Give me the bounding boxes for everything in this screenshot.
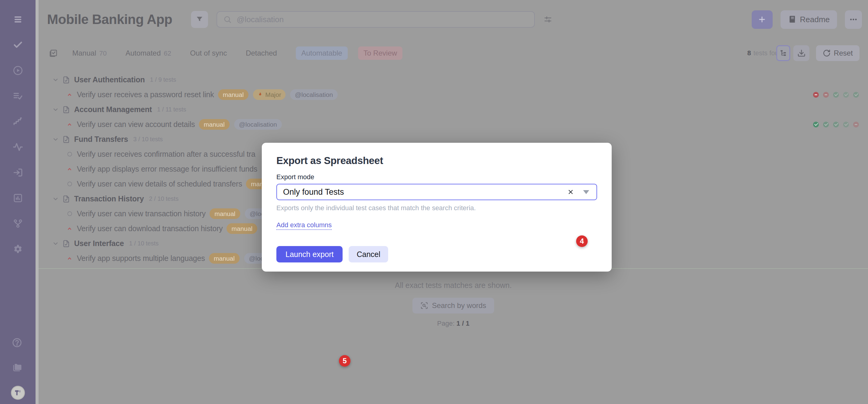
filter-automated[interactable]: Automated62 (125, 49, 171, 57)
reset-label: Reset (834, 49, 853, 57)
filter-manual[interactable]: Manual70 (72, 49, 106, 57)
readme-button[interactable]: Readme (780, 10, 837, 29)
chevron-down-icon[interactable] (52, 106, 59, 113)
scan-search-icon (420, 302, 428, 310)
readme-label: Readme (800, 15, 830, 24)
topbar: Mobile Banking App Readme (38, 0, 868, 39)
suite-file-icon (62, 106, 70, 114)
test-title: Verify user receives confirmation after … (77, 150, 255, 159)
priority-up-icon (66, 255, 72, 261)
export-mode-select[interactable]: Only found Tests 4 (276, 184, 597, 200)
ellipsis-icon (849, 15, 858, 24)
chevron-down-icon[interactable] (52, 196, 59, 202)
test-title: Verify app displays error message for in… (77, 165, 257, 174)
run-history-dots (813, 92, 859, 97)
test-title: Verify user receives a password reset li… (77, 90, 214, 99)
step-badge-5: 5 (339, 355, 350, 367)
reports-icon[interactable] (12, 193, 24, 203)
export-modal: Export as Spreadsheet Export mode Only f… (262, 143, 612, 272)
priority-up-icon (66, 122, 72, 128)
suite-title: User Interface (74, 239, 124, 248)
columns-settings-icon[interactable] (543, 15, 553, 24)
run-status-dot-passed (833, 122, 839, 127)
export-mode-label: Export mode (276, 173, 597, 181)
chevron-down-icon[interactable] (52, 136, 59, 143)
run-status-dot-failed (823, 92, 829, 97)
status-circle-icon (67, 211, 72, 217)
suite-row[interactable]: Account Management 1 / 11tests (38, 102, 868, 117)
add-button[interactable] (752, 10, 773, 29)
badge-manual: manual (209, 253, 240, 264)
badge-major: Major (253, 89, 285, 100)
sidebar (0, 0, 35, 404)
run-status-dot-failed (853, 122, 859, 127)
suite-title: Account Management (74, 105, 152, 114)
suite-file-icon (62, 240, 70, 248)
activity-icon[interactable] (12, 142, 24, 152)
test-row[interactable]: Verify user receives a password reset li… (38, 87, 868, 102)
test-row[interactable]: Verify user can view account details man… (38, 117, 868, 132)
suite-count: 1 / 10tests (129, 240, 158, 247)
import-icon[interactable] (12, 168, 24, 177)
step-badge-4: 4 (576, 236, 588, 247)
chevron-down-icon[interactable] (52, 240, 59, 247)
test-badges: manual@localisation (199, 119, 282, 130)
filter-out-of-sync[interactable]: Out of sync (190, 49, 227, 57)
suite-count: 3 / 10tests (133, 136, 163, 143)
tree-view-icon (779, 49, 787, 57)
steps-icon[interactable] (12, 117, 24, 126)
projects-folders-icon[interactable] (11, 363, 23, 372)
select-dropdown-icon (583, 190, 589, 194)
download-button[interactable] (793, 45, 809, 61)
badge-manual: manual (210, 208, 240, 219)
chevron-down-icon[interactable] (52, 76, 59, 83)
content-edge (35, 0, 38, 404)
run-history-dots (813, 122, 859, 127)
test-badges: manualMajor@localisation (218, 89, 338, 100)
search-input[interactable] (236, 14, 528, 25)
profile-avatar[interactable] (11, 386, 25, 400)
export-mode-helper: Exports only the individual test cases t… (276, 204, 597, 212)
refresh-icon (823, 49, 831, 57)
suite-title: Fund Transfers (74, 135, 128, 144)
filter-button[interactable] (191, 11, 208, 28)
badge-tag: @localisation (290, 89, 338, 100)
select-value: Only found Tests (283, 187, 344, 197)
more-options-button[interactable] (845, 10, 862, 29)
search-by-words-button[interactable]: Search by words (412, 298, 494, 313)
run-status-dot-failed (813, 92, 819, 97)
filter-badge-to-review[interactable]: To Review (358, 46, 403, 60)
page-title: Mobile Banking App (47, 12, 172, 27)
add-extra-columns-link[interactable]: Add extra columns (276, 221, 332, 229)
test-title: Verify user can download transaction his… (77, 224, 223, 233)
run-status-dot-passed (823, 122, 829, 127)
test-plans-icon[interactable] (12, 91, 24, 101)
book-icon (788, 15, 796, 24)
funnel-icon (195, 15, 204, 23)
filter-badge-automatable[interactable]: Automatable (296, 46, 348, 60)
branches-icon[interactable] (12, 219, 24, 228)
menu-icon[interactable] (12, 14, 24, 24)
select-all-icon[interactable] (49, 49, 58, 58)
filter-detached[interactable]: Detached (246, 49, 277, 57)
suite-row[interactable]: User Authentication 1 / 9tests (38, 72, 868, 87)
run-status-dot-passed (853, 92, 859, 97)
settings-gear-icon[interactable] (12, 244, 24, 254)
clear-selection-icon[interactable] (567, 189, 574, 195)
tests-check-icon[interactable] (12, 40, 24, 50)
badge-manual: manual (199, 119, 229, 130)
launch-export-button[interactable]: Launch export (276, 246, 343, 262)
badge-tag: @localisation (234, 119, 282, 130)
reset-button[interactable]: Reset (816, 45, 860, 61)
tree-view-button[interactable] (776, 45, 790, 61)
cancel-button[interactable]: Cancel (349, 246, 388, 262)
modal-title: Export as Spreadsheet (276, 155, 597, 166)
run-status-dot-passed (833, 92, 839, 97)
test-title: Verify user can view details of schedule… (77, 180, 242, 188)
footer-info: All exact tests matches are shown. Searc… (38, 281, 868, 328)
pagination: Page:1 / 1 (38, 319, 868, 328)
test-title: Verify user can view account details (77, 120, 195, 129)
help-icon[interactable] (11, 338, 23, 347)
runs-play-icon[interactable] (12, 66, 24, 75)
search-icon (223, 15, 232, 24)
